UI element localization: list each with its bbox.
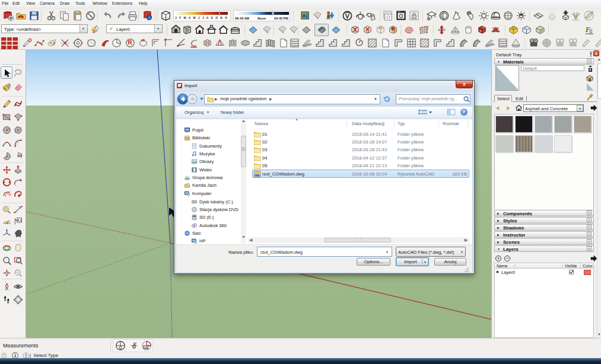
svg-text:180: 180 (144, 346, 148, 349)
svg-text:A1: A1 (17, 218, 22, 222)
svg-text:i: i (148, 15, 150, 20)
